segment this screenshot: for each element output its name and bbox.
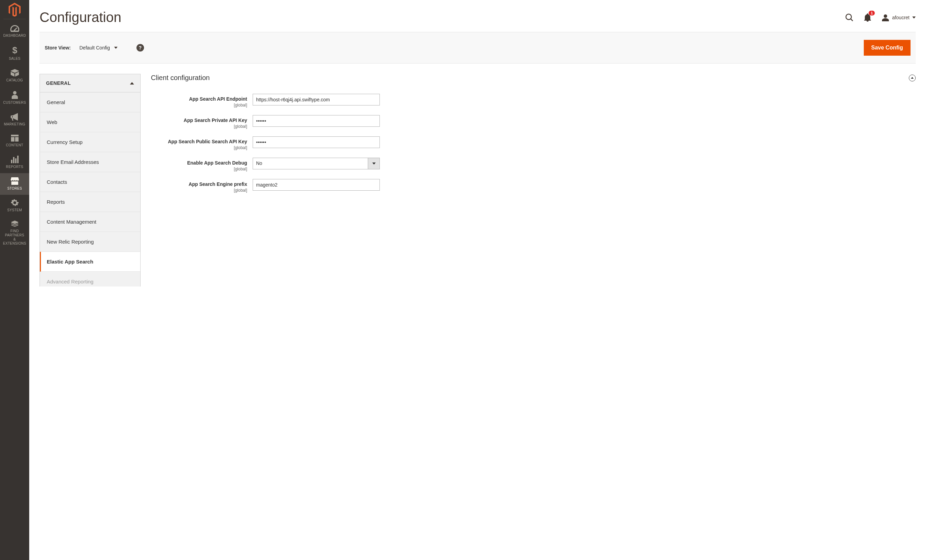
field-engine-prefix: App Search Engine prefix [global] xyxy=(151,179,916,193)
nav-stores[interactable]: STORES xyxy=(0,173,29,195)
dollar-icon: $ xyxy=(12,46,18,55)
store-view-switcher: Store View: Default Config ? xyxy=(45,44,144,51)
store-view-label: Store View: xyxy=(45,45,71,50)
field-label-wrap: App Search Private API Key [global] xyxy=(151,115,253,129)
nav-marketing[interactable]: MARKETING xyxy=(0,109,29,131)
config-item-advanced-reporting[interactable]: Advanced Reporting xyxy=(40,272,140,287)
nav-sales-label: SALES xyxy=(9,57,21,61)
nav-customers-label: CUSTOMERS xyxy=(3,101,26,105)
field-scope: [global] xyxy=(151,145,247,150)
field-label-wrap: App Search Public Search API Key [global… xyxy=(151,136,253,150)
nav-partners-label: FIND PARTNERS & EXTENSIONS xyxy=(2,229,28,246)
chevron-up-icon xyxy=(130,82,134,85)
field-label-wrap: Enable App Search Debug [global] xyxy=(151,158,253,171)
field-label: App Search Private API Key xyxy=(183,118,247,123)
nav-dashboard[interactable]: DASHBOARD xyxy=(0,21,29,42)
config-item-general[interactable]: General xyxy=(40,92,140,112)
select-value: No xyxy=(253,158,368,169)
svg-text:$: $ xyxy=(12,46,17,55)
nav-marketing-label: MARKETING xyxy=(4,122,25,127)
nav-content-label: CONTENT xyxy=(6,143,23,147)
field-public-key: App Search Public Search API Key [global… xyxy=(151,136,916,150)
debug-select[interactable]: No xyxy=(253,158,380,169)
field-control xyxy=(253,179,380,191)
field-private-key: App Search Private API Key [global] xyxy=(151,115,916,129)
nav-catalog-label: CATALOG xyxy=(6,78,23,83)
nav-stores-label: STORES xyxy=(7,187,22,191)
field-label-wrap: App Search Engine prefix [global] xyxy=(151,179,253,193)
page-title: Configuration xyxy=(39,10,121,25)
public-key-input[interactable] xyxy=(253,136,380,148)
config-item-content-mgmt[interactable]: Content Management xyxy=(40,212,140,232)
nav-system-label: SYSTEM xyxy=(7,208,22,212)
content-columns: GENERAL General Web Currency Setup Store… xyxy=(39,74,916,287)
field-debug: Enable App Search Debug [global] No xyxy=(151,158,916,171)
config-items: General Web Currency Setup Store Email A… xyxy=(39,92,141,287)
config-section-title: GENERAL xyxy=(46,80,71,86)
user-icon xyxy=(882,14,889,21)
field-scope: [global] xyxy=(151,188,247,193)
nav-sales[interactable]: $ SALES xyxy=(0,42,29,65)
toolbar: Store View: Default Config ? Save Config xyxy=(39,32,916,63)
nav-system[interactable]: SYSTEM xyxy=(0,195,29,216)
field-label-wrap: App Search API Endpoint [global] xyxy=(151,94,253,107)
config-item-currency[interactable]: Currency Setup xyxy=(40,132,140,152)
form-panel: Client configuration App Search API Endp… xyxy=(151,74,916,287)
magento-logo[interactable] xyxy=(0,0,29,19)
config-item-email[interactable]: Store Email Addresses xyxy=(40,152,140,172)
caret-down-icon xyxy=(114,47,118,49)
private-key-input[interactable] xyxy=(253,115,380,127)
nav-reports[interactable]: REPORTS xyxy=(0,151,29,173)
config-item-web[interactable]: Web xyxy=(40,112,140,132)
field-label: Enable App Search Debug xyxy=(187,160,247,166)
nav-catalog[interactable]: CATALOG xyxy=(0,65,29,87)
notifications-badge: 1 xyxy=(869,11,875,15)
notifications-button[interactable]: 1 xyxy=(864,14,872,22)
gauge-icon xyxy=(10,25,19,32)
field-endpoint: App Search API Endpoint [global] xyxy=(151,94,916,107)
config-item-elastic[interactable]: Elastic App Search xyxy=(40,252,140,272)
page-header: Configuration 1 afoucret xyxy=(39,0,916,32)
field-scope: [global] xyxy=(151,103,247,107)
field-scope: [global] xyxy=(151,124,247,129)
field-control: No xyxy=(253,158,380,169)
engine-prefix-input[interactable] xyxy=(253,179,380,191)
field-label: App Search Public Search API Key xyxy=(168,139,247,144)
header-actions: 1 afoucret xyxy=(845,14,916,22)
search-button[interactable] xyxy=(845,14,853,22)
config-item-reports[interactable]: Reports xyxy=(40,192,140,212)
help-button[interactable]: ? xyxy=(136,44,144,51)
nav-dashboard-label: DASHBOARD xyxy=(3,34,26,38)
sidebar-divider xyxy=(3,19,26,19)
user-menu[interactable]: afoucret xyxy=(882,14,916,21)
admin-sidebar: DASHBOARD $ SALES CATALOG CUSTOMERS MARK… xyxy=(0,0,29,560)
chart-icon xyxy=(11,155,18,163)
store-view-select[interactable]: Default Config xyxy=(79,45,118,50)
caret-down-icon xyxy=(912,17,916,18)
config-item-newrelic[interactable]: New Relic Reporting xyxy=(40,232,140,252)
nav-content[interactable]: CONTENT xyxy=(0,131,29,151)
config-nav: GENERAL General Web Currency Setup Store… xyxy=(39,74,141,287)
config-item-contacts[interactable]: Contacts xyxy=(40,172,140,192)
nav-reports-label: REPORTS xyxy=(6,165,23,169)
field-control xyxy=(253,115,380,127)
config-section-general[interactable]: GENERAL xyxy=(39,74,141,92)
panel-header[interactable]: Client configuration xyxy=(151,74,916,82)
layout-icon xyxy=(11,135,18,142)
svg-point-2 xyxy=(884,14,887,18)
nav-customers[interactable]: CUSTOMERS xyxy=(0,87,29,109)
box-icon xyxy=(11,69,19,77)
save-config-button[interactable]: Save Config xyxy=(864,40,911,56)
svg-point-1 xyxy=(13,91,17,95)
select-arrow xyxy=(368,158,380,169)
nav-partners[interactable]: FIND PARTNERS & EXTENSIONS xyxy=(0,216,29,250)
endpoint-input[interactable] xyxy=(253,94,380,106)
field-control xyxy=(253,94,380,106)
field-label: App Search API Endpoint xyxy=(189,96,247,102)
caret-down-icon xyxy=(372,163,376,165)
field-label: App Search Engine prefix xyxy=(189,181,247,187)
megaphone-icon xyxy=(11,113,19,121)
store-view-value: Default Config xyxy=(79,45,110,50)
user-name: afoucret xyxy=(892,15,909,20)
collapse-toggle[interactable] xyxy=(909,74,916,82)
